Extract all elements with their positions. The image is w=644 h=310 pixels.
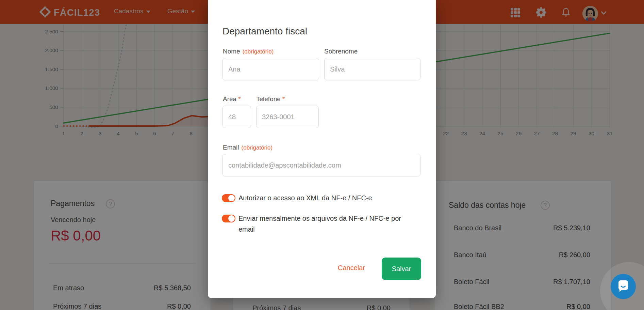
- sobrenome-field[interactable]: [324, 58, 420, 80]
- chat-bubble-icon: [617, 279, 630, 294]
- nome-label-text: Nome: [223, 48, 240, 55]
- nome-label: Nome(obrigatório): [223, 48, 274, 55]
- email-field[interactable]: [222, 154, 420, 176]
- chat-button[interactable]: [611, 274, 636, 299]
- sobrenome-label: Sobrenome: [324, 48, 358, 55]
- toggle-enviar-mensal[interactable]: [222, 215, 235, 222]
- email-label-text: Email: [223, 144, 239, 151]
- area-required-mark: *: [238, 95, 241, 103]
- telefone-field[interactable]: [256, 106, 319, 128]
- save-button[interactable]: Salvar: [382, 258, 421, 280]
- toggle-autorizar-xml[interactable]: [222, 194, 235, 202]
- telefone-required-mark: *: [282, 95, 285, 103]
- email-required-note: (obrigatório): [242, 144, 273, 151]
- telefone-label-text: Telefone: [256, 95, 281, 103]
- email-label: Email(obrigatório): [223, 144, 273, 151]
- cancel-button[interactable]: Cancelar: [338, 264, 365, 272]
- toggle-enviar-mensal-label: Enviar mensalmente os arquivos da NF-e /…: [238, 213, 409, 235]
- nome-required-note: (obrigatório): [243, 48, 274, 55]
- area-label-text: Área: [223, 95, 236, 103]
- toggle-autorizar-xml-label: Autorizar o acesso ao XML da NF-e / NFC-…: [238, 192, 415, 203]
- modal-title: Departamento fiscal: [222, 26, 307, 37]
- telefone-label: Telefone*: [256, 95, 285, 103]
- departamento-fiscal-modal: Departamento fiscal Nome(obrigatório) So…: [208, 0, 436, 298]
- area-label: Área*: [223, 95, 241, 103]
- nome-field[interactable]: [222, 58, 319, 80]
- app-screen: FÁCIL123 Cadastros Gestão: [0, 0, 644, 310]
- toggle-knob: [228, 195, 235, 201]
- toggle-knob: [228, 215, 235, 222]
- area-field[interactable]: [222, 106, 251, 128]
